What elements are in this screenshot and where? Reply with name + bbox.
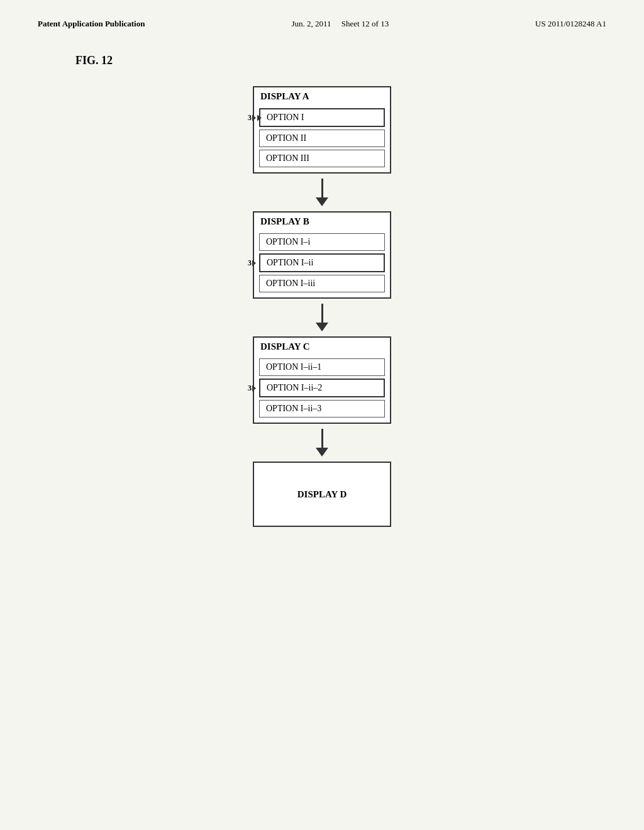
arrow-2 bbox=[316, 299, 328, 336]
header-date: Jun. 2, 2011 Sheet 12 of 13 bbox=[291, 19, 389, 29]
display-b-option-2[interactable]: OPTION I–ii bbox=[259, 253, 385, 272]
arrow-2-head bbox=[316, 323, 328, 331]
display-d-content: DISPLAY D bbox=[254, 463, 390, 526]
cursor-c: 3 bbox=[248, 384, 256, 393]
display-c-option-2[interactable]: OPTION I–ii–2 bbox=[259, 379, 385, 397]
display-a-option-2[interactable]: OPTION II bbox=[259, 130, 385, 147]
display-c-option-1[interactable]: OPTION I–ii–1 bbox=[259, 358, 385, 376]
display-b-box: DISPLAY B OPTION I–i 3 OPTION I–ii OPTIO… bbox=[253, 211, 391, 299]
display-c-option-1-wrapper: OPTION I–ii–1 bbox=[259, 358, 385, 376]
display-c-option-2-wrapper: 3 OPTION I–ii–2 bbox=[259, 379, 385, 397]
display-b-title: DISPLAY B bbox=[254, 213, 390, 231]
arrow-1 bbox=[316, 174, 328, 211]
display-b-option-3-wrapper: OPTION I–iii bbox=[259, 275, 385, 292]
arrow-1-head bbox=[316, 197, 328, 206]
figure-label: FIG. 12 bbox=[75, 54, 606, 67]
display-b-option-3[interactable]: OPTION I–iii bbox=[259, 275, 385, 292]
display-c-option-3-wrapper: OPTION I–ii–3 bbox=[259, 400, 385, 418]
display-a-box: DISPLAY A 3 OPTION I OPTION II OPTION II… bbox=[253, 86, 391, 174]
cursor-a: 3 bbox=[248, 113, 262, 123]
display-b-option-2-wrapper: 3 OPTION I–ii bbox=[259, 253, 385, 272]
display-a-option-1[interactable]: OPTION I bbox=[259, 108, 385, 127]
arrow-2-shaft bbox=[321, 304, 323, 323]
display-b-option-1-wrapper: OPTION I–i bbox=[259, 233, 385, 251]
arrow-3-head bbox=[316, 448, 328, 456]
diagram: DISPLAY A 3 OPTION I OPTION II OPTION II… bbox=[38, 86, 606, 527]
display-a-option-2-wrapper: OPTION II bbox=[259, 130, 385, 147]
display-c-option-3[interactable]: OPTION I–ii–3 bbox=[259, 400, 385, 418]
page: Patent Application Publication Jun. 2, 2… bbox=[0, 0, 644, 830]
arrow-1-shaft bbox=[321, 179, 323, 197]
display-d-box: DISPLAY D bbox=[253, 462, 391, 527]
display-a-title: DISPLAY A bbox=[254, 87, 390, 106]
arrow-3 bbox=[316, 424, 328, 462]
display-c-box: DISPLAY C OPTION I–ii–1 3 OPTION I–ii–2 … bbox=[253, 336, 391, 424]
display-d-label: DISPLAY D bbox=[297, 489, 347, 500]
display-b-option-1[interactable]: OPTION I–i bbox=[259, 233, 385, 251]
display-a-option-1-wrapper: 3 OPTION I bbox=[259, 108, 385, 127]
display-a-option-3-wrapper: OPTION III bbox=[259, 150, 385, 167]
page-header: Patent Application Publication Jun. 2, 2… bbox=[38, 19, 606, 42]
header-right: US 2011/0128248 A1 bbox=[535, 19, 606, 29]
arrow-3-shaft bbox=[321, 429, 323, 448]
display-a-option-3[interactable]: OPTION III bbox=[259, 150, 385, 167]
header-left: Patent Application Publication bbox=[38, 19, 145, 29]
cursor-b: 3 bbox=[248, 258, 256, 268]
display-c-title: DISPLAY C bbox=[254, 338, 390, 356]
